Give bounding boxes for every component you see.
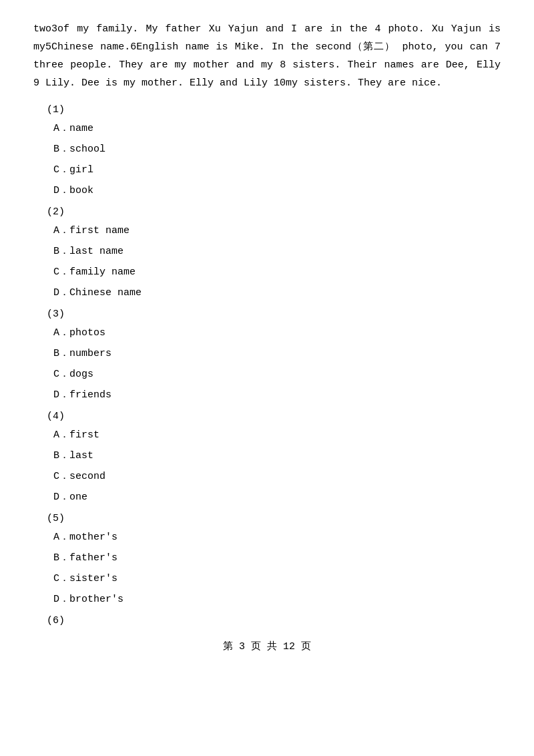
question-block-3: (3)A．photosB．numbersC．dogsD．friends [33,309,501,404]
option-4-4[interactable]: D．one [53,488,501,506]
option-1-2[interactable]: B．school [53,140,501,158]
question-block-4: (4)A．firstB．lastC．secondD．one [33,411,501,506]
question-number-3: (3) [47,309,501,320]
questions-container: (1)A．nameB．schoolC．girlD．book(2)A．first … [33,104,501,626]
option-5-1[interactable]: A．mother's [53,528,501,546]
question-number-4: (4) [47,411,501,422]
question-number-1: (1) [47,104,501,116]
option-5-3[interactable]: C．sister's [53,570,501,588]
question-block-6: (6) [33,615,501,626]
page-footer: 第 3 页 共 12 页 [33,640,501,652]
question-block-2: (2)A．first nameB．last nameC．family nameD… [33,206,501,302]
option-2-4[interactable]: D．Chinese name [53,284,501,302]
option-5-2[interactable]: B．father's [53,549,501,567]
question-number-6: (6) [47,615,501,626]
option-2-1[interactable]: A．first name [53,222,501,240]
option-3-1[interactable]: A．photos [53,324,501,342]
option-3-4[interactable]: D．friends [53,386,501,404]
option-3-2[interactable]: B．numbers [53,345,501,363]
option-2-2[interactable]: B．last name [53,242,501,260]
option-2-3[interactable]: C．family name [53,263,501,281]
question-block-1: (1)A．nameB．schoolC．girlD．book [33,104,501,200]
option-3-3[interactable]: C．dogs [53,365,501,383]
option-4-3[interactable]: C．second [53,467,501,486]
question-block-5: (5)A．mother'sB．father'sC．sister'sD．broth… [33,513,501,608]
question-number-5: (5) [47,513,501,524]
option-4-2[interactable]: B．last [53,447,501,465]
option-5-4[interactable]: D．brother's [53,590,501,608]
question-number-2: (2) [47,206,501,218]
option-1-3[interactable]: C．girl [53,161,501,179]
passage-text: two3of my family. My father Xu Yajun and… [33,20,501,92]
option-1-4[interactable]: D．book [53,182,501,200]
option-4-1[interactable]: A．first [53,426,501,444]
option-1-1[interactable]: A．name [53,120,501,138]
